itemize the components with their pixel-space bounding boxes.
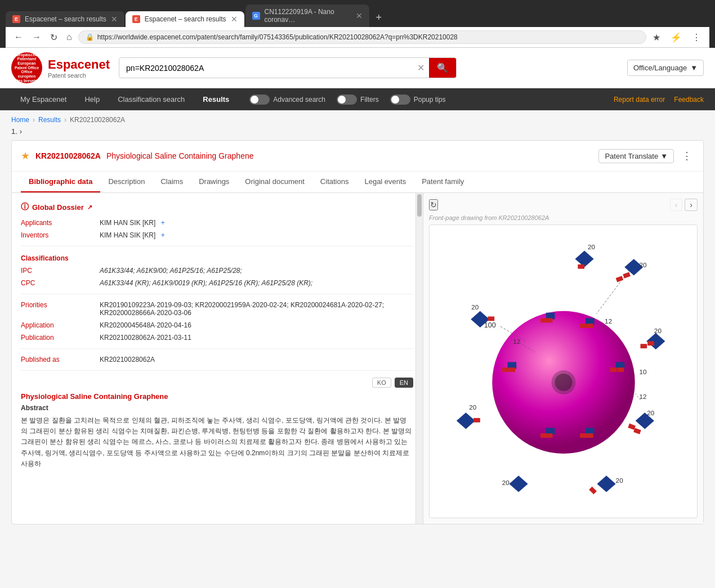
- feedback-link[interactable]: Feedback: [674, 96, 704, 104]
- publication-value: KR20210028062A·2021-03-11: [100, 334, 413, 342]
- applicants-value: KIM HAN SIK [KR] +: [100, 219, 413, 227]
- tab-close-3[interactable]: ✕: [356, 11, 363, 20]
- patent-translate-button[interactable]: Patent Translate ▼: [598, 149, 674, 163]
- ep-search-box[interactable]: ✕ 🔍: [119, 57, 457, 78]
- abstract-text: 본 발명은 질환을 고치려는 목적으로 인체의 혈관, 피하조직에 놓는 주사액…: [21, 415, 413, 469]
- svg-text:20: 20: [587, 243, 595, 250]
- toggle-filters-switch[interactable]: [337, 95, 357, 105]
- ipc-label: IPC: [21, 267, 100, 275]
- global-dossier-link[interactable]: Global Dossier: [32, 203, 84, 212]
- report-data-error-link[interactable]: Report data error: [614, 96, 665, 104]
- tab-close-2[interactable]: ✕: [231, 15, 238, 24]
- toggle-filters-label: Filters: [360, 96, 379, 104]
- settings-button[interactable]: ⋮: [689, 31, 704, 44]
- svg-text:20: 20: [615, 477, 623, 484]
- patent-more-button[interactable]: ⋮: [680, 147, 694, 164]
- divider-4: [21, 370, 413, 371]
- ep-logo-subtitle: Patent search: [48, 72, 110, 79]
- application-label: Application: [21, 321, 100, 329]
- tab-1[interactable]: E Espacenet – search results ✕: [6, 11, 124, 27]
- toggle-advanced-search-label: Advanced search: [273, 96, 325, 104]
- chevron-down-icon: ▼: [660, 152, 668, 160]
- toggle-popup-tips-label: Popup tips: [414, 96, 446, 104]
- breadcrumb-home[interactable]: Home: [11, 116, 29, 124]
- home-button[interactable]: ⌂: [64, 31, 75, 43]
- applicants-add-button[interactable]: +: [161, 219, 165, 227]
- ep-content: Home › Results › KR20210028062A 1. › ★ K…: [0, 110, 715, 530]
- svg-rect-48: [586, 433, 593, 438]
- inventors-add-button[interactable]: +: [161, 231, 165, 239]
- patent-header: ★ KR20210028062A Physiological Saline Co…: [12, 141, 703, 172]
- result-chevron-icon: ›: [20, 127, 22, 136]
- toggle-advanced-search-switch[interactable]: [249, 95, 270, 105]
- inventors-value: KIM HAN SIK [KR] +: [100, 231, 413, 239]
- tab-original-document[interactable]: Original document: [237, 172, 312, 192]
- scroll-track[interactable]: [415, 193, 422, 524]
- svg-marker-17: [597, 475, 615, 492]
- patent-left-panel: ⓘ Global Dossier ↗ Applicants KIM HAN SI…: [12, 193, 423, 524]
- svg-rect-23: [473, 418, 480, 423]
- back-button[interactable]: ←: [11, 31, 26, 43]
- tab-claims[interactable]: Claims: [153, 172, 191, 192]
- priorities-value: KR20190109223A·2019-09-03; KR20200021959…: [100, 301, 413, 317]
- ep-search-clear-button[interactable]: ✕: [413, 58, 429, 78]
- star-button[interactable]: ★: [21, 150, 30, 162]
- nav-results[interactable]: Results: [194, 88, 238, 110]
- tab-drawings[interactable]: Drawings: [191, 172, 237, 192]
- abstract-title: Physiological Saline Containing Graphene: [21, 392, 413, 401]
- nav-my-espacenet[interactable]: My Espacenet: [11, 88, 75, 110]
- drawing-nav: ‹ ›: [670, 199, 698, 211]
- drawing-next-button[interactable]: ›: [685, 199, 698, 211]
- address-bar-row: ← → ↻ ⌂ 🔒 https://worldwide.espacenet.co…: [6, 27, 709, 48]
- toggle-advanced-search[interactable]: Advanced search: [249, 95, 325, 105]
- drawing-prev-button[interactable]: ‹: [670, 199, 683, 211]
- tab-description[interactable]: Description: [100, 172, 153, 192]
- nav-help[interactable]: Help: [75, 88, 109, 110]
- tab-2[interactable]: E Espacenet – search results ✕: [126, 11, 244, 27]
- application-value: KR20200045648A·2020-04-16: [100, 321, 413, 329]
- svg-text:10: 10: [639, 368, 647, 375]
- tab-legal-events[interactable]: Legal events: [356, 172, 414, 192]
- toggle-filters[interactable]: Filters: [337, 95, 379, 105]
- svg-rect-41: [502, 367, 508, 372]
- patent-tabs: Bibliographic data Description Claims Dr…: [12, 172, 703, 193]
- toggle-popup-tips[interactable]: Popup tips: [390, 95, 446, 105]
- svg-rect-35: [580, 324, 587, 328]
- priorities-row: Priorities KR20190109223A·2019-09-03; KR…: [21, 301, 413, 317]
- tab-favicon-2: E: [132, 15, 140, 23]
- breadcrumb-results[interactable]: Results: [38, 116, 61, 124]
- ep-search-input[interactable]: [119, 59, 413, 77]
- office-language-selector[interactable]: Office/Language ▼: [627, 60, 704, 76]
- ep-search-button[interactable]: 🔍: [429, 58, 456, 78]
- extensions-button[interactable]: ⚡: [668, 31, 685, 44]
- forward-button[interactable]: →: [29, 31, 44, 43]
- toggle-popup-tips-switch[interactable]: [390, 95, 410, 105]
- svg-text:20: 20: [654, 327, 662, 334]
- refresh-button[interactable]: ↻: [47, 31, 60, 44]
- svg-rect-33: [546, 318, 552, 322]
- lang-en-button[interactable]: EN: [395, 378, 413, 388]
- tabs-row: E Espacenet – search results ✕ E Espacen…: [6, 5, 709, 27]
- drawing-refresh-button[interactable]: ↻: [429, 199, 438, 210]
- svg-text:20: 20: [639, 261, 647, 268]
- lang-ko-button[interactable]: KO: [372, 378, 391, 388]
- tab-bibliographic-data[interactable]: Bibliographic data: [21, 172, 100, 192]
- new-tab-button[interactable]: +: [370, 8, 388, 27]
- tab-citations[interactable]: Citations: [312, 172, 357, 192]
- svg-marker-20: [509, 475, 528, 492]
- scroll-thumb[interactable]: [417, 194, 422, 217]
- nav-classification-search[interactable]: Classification search: [109, 88, 194, 110]
- breadcrumb: Home › Results › KR20210028062A: [11, 116, 704, 124]
- patent-title: Physiological Saline Containing Graphene: [106, 151, 254, 160]
- publication-label: Publication: [21, 334, 100, 342]
- address-bar[interactable]: 🔒 https://worldwide.espacenet.com/patent…: [78, 30, 646, 44]
- svg-rect-39: [617, 367, 624, 372]
- published-as-label: Published as: [21, 356, 100, 363]
- tab-3[interactable]: G CN112220919A - Nano coronav… ✕: [245, 5, 369, 27]
- bookmark-button[interactable]: ★: [650, 31, 663, 44]
- cpc-row: CPC A61K33/44 (KR); A61K9/0019 (KR); A61…: [21, 279, 413, 287]
- tab-close-1[interactable]: ✕: [111, 15, 118, 24]
- svg-text:12: 12: [605, 317, 612, 325]
- result-number-text: 1.: [11, 127, 17, 136]
- tab-patent-family[interactable]: Patent family: [414, 172, 472, 192]
